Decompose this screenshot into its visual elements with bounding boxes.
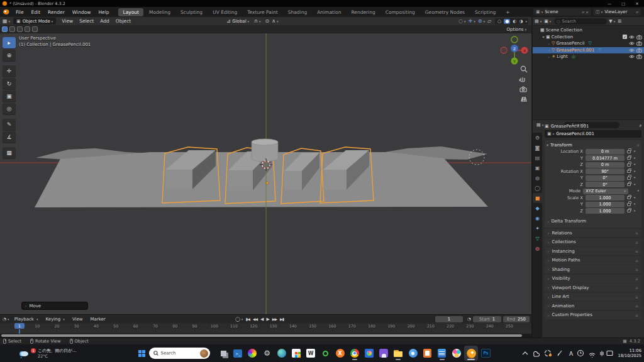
section-animation[interactable]: ›Animation≡ xyxy=(545,302,641,310)
taskbar-app-photoshop[interactable]: Ps xyxy=(479,346,492,361)
panel-handle-icon[interactable]: ≡ xyxy=(635,249,638,253)
next-keyframe-button[interactable]: ▶▶ xyxy=(272,317,277,321)
eye-icon[interactable] xyxy=(629,48,635,53)
outliner-row-light[interactable]: ›☀Light◎ xyxy=(533,53,644,60)
tab-modeling[interactable]: Modeling xyxy=(145,8,175,16)
select-mode-set-icon[interactable] xyxy=(2,26,8,32)
visibility-toggles[interactable] xyxy=(629,54,642,59)
close-button[interactable]: ✕ xyxy=(630,0,644,7)
properties-tab-material[interactable]: ◍ xyxy=(533,243,542,253)
delta-transform-section[interactable]: › Delta Transform xyxy=(547,217,640,225)
tab-uv-editing[interactable]: UV Editing xyxy=(208,8,242,16)
taskbar-app-word[interactable]: W xyxy=(304,346,318,361)
section-custom-properties[interactable]: ›Custom Properties≡ xyxy=(545,311,641,319)
tab-sculpting[interactable]: Sculpting xyxy=(176,8,207,16)
expand-icon[interactable]: › xyxy=(547,41,552,46)
properties-tab-scene[interactable]: ◍ xyxy=(533,173,542,183)
section-line-art[interactable]: ›Line Art≡ xyxy=(545,293,641,301)
lock-icon[interactable] xyxy=(627,156,631,160)
maximize-button[interactable]: □ xyxy=(616,0,630,7)
panel-handle-icon[interactable]: ≡ xyxy=(635,313,638,317)
menu-window[interactable]: Window xyxy=(69,9,95,15)
play-reverse-button[interactable]: ◀ xyxy=(260,317,263,322)
playhead[interactable]: 1 xyxy=(14,323,25,329)
add-workspace-button[interactable]: + xyxy=(501,8,514,16)
lock-icon[interactable] xyxy=(627,170,631,173)
timeline-editor-type-icon[interactable]: ◔▾ xyxy=(3,317,9,322)
camera-icon[interactable] xyxy=(636,41,642,46)
taskbar-app-photos[interactable] xyxy=(362,346,376,361)
operator-panel[interactable]: › Move xyxy=(21,302,88,310)
taskbar-app-explorer[interactable] xyxy=(391,346,405,361)
viewport-menu-select[interactable]: Select xyxy=(76,18,97,24)
taskbar-app-settings[interactable]: ⚙ xyxy=(260,346,274,361)
value-field[interactable]: 90° xyxy=(586,168,625,174)
orientation-dropdown[interactable]: ⊿ Global▾ xyxy=(226,18,249,24)
viewport-menu-object[interactable]: Object xyxy=(113,18,134,24)
move-tool[interactable]: ✛ xyxy=(3,65,16,77)
object-name-field[interactable]: ▣▾ GreasePencil.001 xyxy=(545,130,641,138)
panel-handle-icon[interactable]: ≡ xyxy=(635,240,638,244)
add-cube-tool[interactable]: ▦ xyxy=(3,147,16,158)
scrollbar-thumb[interactable] xyxy=(1,334,522,337)
timeline-menu-playback[interactable]: Playback ▾ xyxy=(11,317,42,322)
select-mode-intersect-icon[interactable] xyxy=(32,26,38,32)
blender-logo-icon[interactable] xyxy=(3,9,9,14)
timeline-menu-marker[interactable]: Marker xyxy=(87,317,109,322)
properties-tab-world[interactable]: ◯ xyxy=(533,183,542,193)
search-highlight-thumbnail[interactable] xyxy=(200,349,208,358)
animate-dot-icon[interactable]: • xyxy=(633,156,636,161)
value-field[interactable]: 0° xyxy=(586,175,625,181)
lock-icon[interactable] xyxy=(627,209,631,212)
animate-dot-icon[interactable]: • xyxy=(637,189,640,194)
select-mode-extend-icon[interactable] xyxy=(9,26,15,32)
expand-icon[interactable]: › xyxy=(547,48,552,52)
lock-icon[interactable] xyxy=(627,183,631,186)
value-field[interactable]: 0 m xyxy=(586,162,625,168)
tab-scripting[interactable]: Scripting xyxy=(470,8,500,16)
taskbar-app-store[interactable] xyxy=(289,346,303,361)
camera-icon[interactable] xyxy=(636,35,642,40)
visibility-toggles[interactable] xyxy=(629,48,642,53)
properties-tab-tool[interactable]: ⚙ xyxy=(533,133,542,143)
section-instancing[interactable]: ›Instancing≡ xyxy=(545,247,641,255)
timeline-menu-keying[interactable]: Keying ▾ xyxy=(42,317,69,322)
viewport-menu-add[interactable]: Add xyxy=(97,18,113,24)
timeline-channel[interactable] xyxy=(0,329,531,334)
select-mode-invert-icon[interactable] xyxy=(25,26,30,32)
shading-rendered-icon[interactable]: ◑ xyxy=(519,19,523,24)
jump-to-end-button[interactable]: ▶▮ xyxy=(280,317,284,321)
menu-edit[interactable]: Edit xyxy=(28,9,45,15)
pin-icon[interactable]: ⌖ xyxy=(639,124,641,129)
tab-texture-paint[interactable]: Texture Paint xyxy=(243,8,282,16)
tab-shading[interactable]: Shading xyxy=(284,8,311,16)
properties-tab-object-data[interactable]: ▽ xyxy=(533,233,542,243)
current-frame-field[interactable]: 1 xyxy=(435,316,463,322)
animate-dot-icon[interactable]: • xyxy=(633,209,636,214)
section-motion-paths[interactable]: ›Motion Paths≡ xyxy=(545,256,641,265)
taskbar-app-designer[interactable] xyxy=(245,346,259,361)
panel-handle-icon[interactable]: ≡ xyxy=(635,304,638,308)
properties-tab-output[interactable]: ▤ xyxy=(533,153,542,163)
mode-dropdown[interactable]: ▣ Object Mode▾ xyxy=(13,18,56,25)
new-viewlayer-icon[interactable]: ⧄ xyxy=(636,9,638,14)
new-scene-icon[interactable]: ⧄ xyxy=(582,9,584,14)
value-field[interactable]: 1.000 xyxy=(586,208,625,214)
panel-handle-icon[interactable]: ≡ xyxy=(636,143,640,147)
value-field[interactable]: 0.034777 m xyxy=(586,155,625,161)
menu-file[interactable]: File xyxy=(12,9,28,15)
tab-compositing[interactable]: Compositing xyxy=(381,8,419,16)
taskbar-app-loop[interactable] xyxy=(318,346,332,361)
taskbar-app-clipboard[interactable] xyxy=(421,346,435,361)
panel-handle-icon[interactable]: ≡ xyxy=(635,277,638,281)
expand-icon[interactable]: ▾ xyxy=(541,35,546,39)
animate-dot-icon[interactable]: • xyxy=(633,202,636,207)
camera-icon[interactable] xyxy=(636,48,642,53)
panel-handle-icon[interactable]: ≡ xyxy=(635,285,638,290)
overlays-toggle[interactable]: ⊚▾ xyxy=(478,18,485,24)
transform-panel-header[interactable]: ▾ Transform ≡ xyxy=(547,141,640,148)
prev-keyframe-button[interactable]: ◀◀ xyxy=(253,317,257,321)
visibility-toggles[interactable] xyxy=(629,35,642,40)
annotate-tool[interactable]: ✎ xyxy=(3,119,16,130)
value-field[interactable]: XYZ Euler▾ xyxy=(583,189,628,194)
